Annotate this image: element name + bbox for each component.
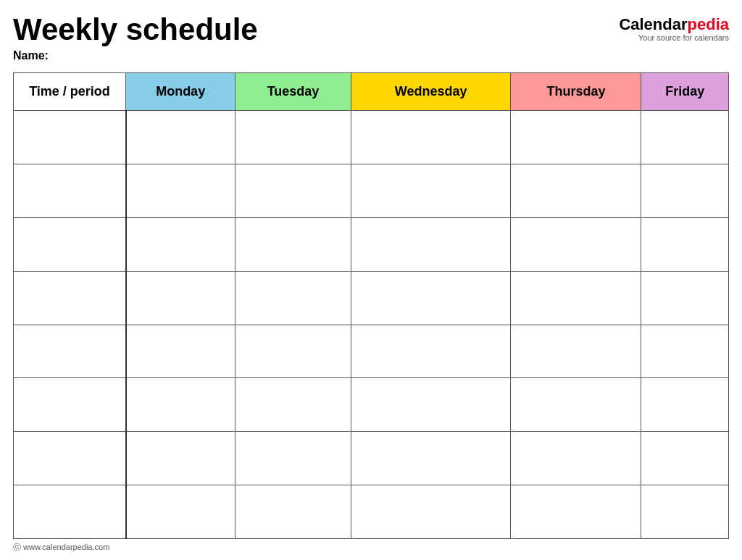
title-section: Weekly schedule Name: <box>13 13 258 62</box>
time-cell[interactable] <box>14 432 126 485</box>
monday-cell[interactable] <box>126 432 235 485</box>
tuesday-cell[interactable] <box>235 271 351 325</box>
header-wednesday: Wednesday <box>351 73 511 111</box>
monday-cell[interactable] <box>126 271 235 325</box>
header-time: Time / period <box>14 73 126 111</box>
logo-calendar: Calendar <box>619 15 687 33</box>
monday-cell[interactable] <box>126 217 235 271</box>
friday-cell[interactable] <box>641 378 729 432</box>
logo-section: Calendarpedia Your source for calendars <box>619 13 729 42</box>
monday-cell[interactable] <box>126 111 235 164</box>
tuesday-cell[interactable] <box>235 325 351 378</box>
wednesday-cell[interactable] <box>351 164 511 218</box>
wednesday-cell[interactable] <box>351 432 511 485</box>
schedule-table: Time / period Monday Tuesday Wednesday T… <box>13 72 729 539</box>
time-cell[interactable] <box>14 378 126 432</box>
monday-cell[interactable] <box>126 378 235 432</box>
friday-cell[interactable] <box>641 325 729 378</box>
time-cell[interactable] <box>14 485 126 539</box>
wednesday-cell[interactable] <box>351 485 511 539</box>
tuesday-cell[interactable] <box>235 164 351 218</box>
thursday-cell[interactable] <box>511 378 641 432</box>
header-friday: Friday <box>641 73 729 111</box>
header-tuesday: Tuesday <box>235 73 351 111</box>
time-cell[interactable] <box>14 271 126 325</box>
tuesday-cell[interactable] <box>235 217 351 271</box>
logo-pedia: pedia <box>688 15 729 33</box>
table-row <box>14 325 729 378</box>
wednesday-cell[interactable] <box>351 217 511 271</box>
table-row <box>14 378 729 432</box>
monday-cell[interactable] <box>126 325 235 378</box>
friday-cell[interactable] <box>641 217 729 271</box>
time-cell[interactable] <box>14 217 126 271</box>
time-cell[interactable] <box>14 164 126 218</box>
time-cell[interactable] <box>14 111 126 164</box>
header-monday: Monday <box>126 73 235 111</box>
table-header-row: Time / period Monday Tuesday Wednesday T… <box>14 73 729 111</box>
page-title: Weekly schedule <box>13 13 258 46</box>
table-row <box>14 485 729 539</box>
tuesday-cell[interactable] <box>235 111 351 164</box>
wednesday-cell[interactable] <box>351 271 511 325</box>
friday-cell[interactable] <box>641 271 729 325</box>
wednesday-cell[interactable] <box>351 378 511 432</box>
table-row <box>14 111 729 164</box>
thursday-cell[interactable] <box>511 217 641 271</box>
friday-cell[interactable] <box>641 432 729 485</box>
name-label: Name: <box>13 49 258 62</box>
logo-tagline: Your source for calendars <box>638 33 729 42</box>
table-row <box>14 432 729 485</box>
page-container: Weekly schedule Name: Calendarpedia Your… <box>0 0 742 560</box>
tuesday-cell[interactable] <box>235 432 351 485</box>
friday-cell[interactable] <box>641 111 729 164</box>
friday-cell[interactable] <box>641 485 729 539</box>
thursday-cell[interactable] <box>511 485 641 539</box>
wednesday-cell[interactable] <box>351 325 511 378</box>
table-row <box>14 271 729 325</box>
tuesday-cell[interactable] <box>235 378 351 432</box>
wednesday-cell[interactable] <box>351 111 511 164</box>
thursday-cell[interactable] <box>511 164 641 218</box>
thursday-cell[interactable] <box>511 432 641 485</box>
table-row <box>14 217 729 271</box>
thursday-cell[interactable] <box>511 111 641 164</box>
time-cell[interactable] <box>14 325 126 378</box>
friday-cell[interactable] <box>641 164 729 218</box>
logo-text: Calendarpedia <box>619 16 729 33</box>
tuesday-cell[interactable] <box>235 485 351 539</box>
monday-cell[interactable] <box>126 164 235 218</box>
monday-cell[interactable] <box>126 485 235 539</box>
header-thursday: Thursday <box>511 73 641 111</box>
thursday-cell[interactable] <box>511 271 641 325</box>
table-row <box>14 164 729 218</box>
footer-url: ⓒ www.calendarpedia.com <box>13 542 729 553</box>
thursday-cell[interactable] <box>511 325 641 378</box>
header-area: Weekly schedule Name: Calendarpedia Your… <box>13 13 729 62</box>
